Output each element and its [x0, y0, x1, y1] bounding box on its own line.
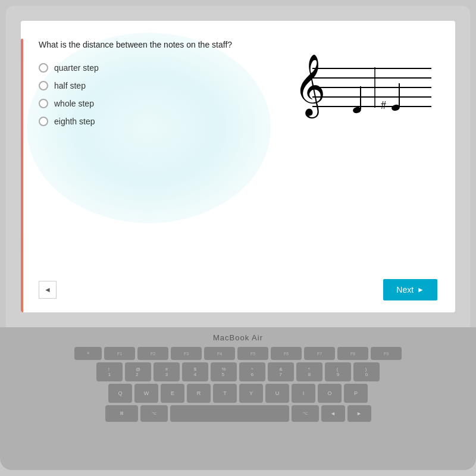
key-u[interactable]: U: [265, 384, 289, 403]
question-text: What is the distance between the notes o…: [39, 39, 247, 51]
key-o[interactable]: O: [318, 384, 342, 403]
key-hash[interactable]: #3: [154, 362, 180, 381]
next-button[interactable]: Next ►: [383, 279, 437, 300]
key-f1[interactable]: F1: [104, 347, 135, 360]
option-half-label: half step: [54, 81, 86, 90]
option-eighth[interactable]: eighth step: [39, 117, 265, 126]
key-dollar[interactable]: $4: [182, 362, 208, 381]
key-e[interactable]: E: [161, 384, 184, 403]
key-star[interactable]: *8: [296, 362, 322, 381]
key-brightness-down[interactable]: ☀: [74, 347, 102, 360]
key-r[interactable]: R: [187, 384, 211, 403]
key-alt-left[interactable]: ⌥: [140, 405, 168, 422]
spacebar-row: ⌘ ⌥ ⌥ ◄ ►: [105, 405, 371, 422]
screen-bezel: What is the distance between the notes o…: [6, 6, 470, 327]
radio-quarter[interactable]: [39, 63, 48, 73]
keyboard-base: MacBook Air ☀ F1 F2 F3 F4 F5 F6 F7 F8 F9…: [0, 327, 476, 470]
key-cmd-left[interactable]: ⌘: [105, 405, 138, 422]
option-whole[interactable]: whole step: [39, 99, 265, 108]
key-f9[interactable]: F9: [371, 347, 402, 360]
key-alt-right[interactable]: ⌥: [292, 405, 319, 422]
question-row: What is the distance between the notes o…: [39, 39, 437, 140]
key-amp[interactable]: &7: [268, 362, 294, 381]
key-p[interactable]: P: [344, 384, 368, 403]
key-t[interactable]: T: [213, 384, 237, 403]
key-w[interactable]: W: [134, 384, 158, 403]
music-staff-area: 𝄞 #: [277, 33, 437, 140]
key-spacebar[interactable]: [170, 405, 289, 422]
option-half[interactable]: half step: [39, 81, 265, 90]
key-caret[interactable]: ^6: [239, 362, 265, 381]
quiz-container: What is the distance between the notes o…: [21, 21, 455, 312]
key-exclaim[interactable]: !1: [96, 362, 123, 381]
key-q[interactable]: Q: [108, 384, 132, 403]
key-f5[interactable]: F5: [237, 347, 268, 360]
back-button[interactable]: ◄: [39, 281, 57, 299]
option-eighth-label: eighth step: [54, 117, 95, 126]
option-quarter[interactable]: quarter step: [39, 63, 265, 73]
music-staff-svg: 𝄞 #: [277, 33, 437, 140]
nav-row: ◄ Next ►: [39, 267, 437, 300]
radio-eighth[interactable]: [39, 117, 48, 126]
option-quarter-label: quarter step: [54, 63, 99, 73]
key-f3[interactable]: F3: [171, 347, 202, 360]
key-i[interactable]: I: [292, 384, 315, 403]
key-percent[interactable]: %5: [211, 362, 237, 381]
alpha-row-1: Q W E R T Y U I O P: [108, 384, 368, 403]
fn-key-row: ☀ F1 F2 F3 F4 F5 F6 F7 F8 F9: [74, 347, 402, 360]
key-f7[interactable]: F7: [304, 347, 335, 360]
key-rparen[interactable]: )0: [353, 362, 380, 381]
svg-text:#: #: [381, 99, 386, 111]
key-f6[interactable]: F6: [271, 347, 302, 360]
key-y[interactable]: Y: [239, 384, 263, 403]
macbook-label: MacBook Air: [213, 333, 263, 342]
key-at[interactable]: @2: [125, 362, 151, 381]
next-arrow: ►: [417, 286, 424, 294]
next-label: Next: [396, 285, 414, 295]
num-key-row: !1 @2 #3 $4 %5 ^6 &7 *8 (9 )0: [96, 362, 380, 381]
radio-whole[interactable]: [39, 99, 48, 108]
key-f8[interactable]: F8: [337, 347, 368, 360]
key-arrow-left[interactable]: ◄: [321, 405, 345, 422]
radio-half[interactable]: [39, 81, 48, 90]
svg-text:𝄞: 𝄞: [294, 55, 325, 119]
question-left: What is the distance between the notes o…: [39, 39, 265, 126]
key-f4[interactable]: F4: [204, 347, 235, 360]
screen: What is the distance between the notes o…: [21, 21, 455, 312]
key-arrow-right[interactable]: ►: [347, 405, 371, 422]
option-whole-label: whole step: [54, 99, 94, 108]
key-lparen[interactable]: (9: [325, 362, 351, 381]
key-f2[interactable]: F2: [137, 347, 168, 360]
options-list: quarter step half step whole step e: [39, 63, 265, 126]
